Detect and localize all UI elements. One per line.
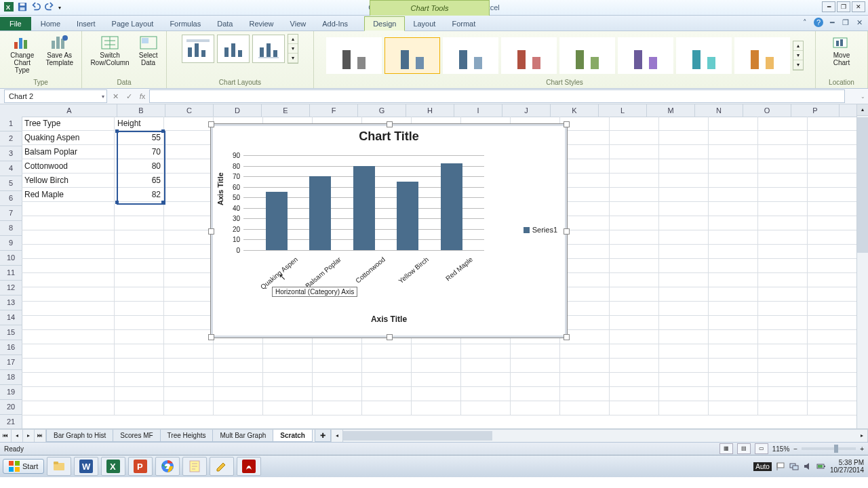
cell[interactable]: [313, 344, 362, 359]
chart-style-3[interactable]: [443, 37, 498, 74]
cell[interactable]: Tree Type: [22, 117, 115, 131]
cell[interactable]: [758, 216, 808, 230]
chart-layout-3[interactable]: [252, 35, 285, 63]
cell[interactable]: [560, 344, 610, 359]
cell[interactable]: [164, 359, 214, 373]
move-chart-button[interactable]: Move Chart: [829, 34, 854, 68]
cell[interactable]: [659, 159, 709, 174]
row-header[interactable]: 8: [0, 221, 22, 236]
cell[interactable]: [164, 387, 214, 401]
cell[interactable]: [313, 373, 362, 387]
cell[interactable]: [164, 302, 214, 316]
enter-icon[interactable]: ✓: [122, 92, 136, 101]
cell[interactable]: [115, 245, 164, 259]
cell[interactable]: [22, 316, 115, 330]
row-header[interactable]: 4: [0, 161, 22, 176]
cell[interactable]: [22, 273, 115, 287]
tab-layout[interactable]: Layout: [405, 17, 443, 30]
row-header[interactable]: 5: [0, 176, 22, 191]
cell[interactable]: [659, 287, 709, 302]
cell[interactable]: [115, 344, 164, 359]
sheet-tab[interactable]: Scores MF: [113, 430, 160, 442]
explorer-icon[interactable]: [47, 457, 71, 476]
cell[interactable]: [610, 373, 659, 387]
cell[interactable]: [709, 316, 758, 330]
cell[interactable]: [808, 188, 857, 202]
layout-gallery-scroll[interactable]: ▴▾▾: [288, 34, 298, 64]
cell[interactable]: [461, 387, 511, 401]
cell[interactable]: [659, 344, 709, 359]
paint-icon[interactable]: [210, 457, 234, 476]
row-header[interactable]: 14: [0, 310, 22, 325]
cell[interactable]: Yellow Birch: [22, 174, 115, 188]
col-header[interactable]: H: [406, 104, 454, 117]
cell[interactable]: [115, 302, 164, 316]
plot-area[interactable]: 0102030405060708090Quaking AspenBalsam P…: [243, 155, 484, 251]
y-axis-title[interactable]: Axis Title: [216, 172, 224, 205]
cell[interactable]: [560, 373, 610, 387]
cell[interactable]: [164, 216, 214, 230]
cell[interactable]: [610, 245, 659, 259]
cell[interactable]: [758, 401, 808, 415]
row-header[interactable]: 6: [0, 191, 22, 206]
cell[interactable]: [808, 216, 857, 230]
excel-task-icon[interactable]: X: [101, 457, 125, 476]
cell[interactable]: [758, 287, 808, 302]
tab-page-layout[interactable]: Page Layout: [104, 17, 162, 30]
cell[interactable]: [115, 259, 164, 273]
col-header[interactable]: L: [599, 104, 647, 117]
cell[interactable]: [610, 287, 659, 302]
sheet-nav-prev-icon[interactable]: ◂: [12, 430, 23, 442]
col-header[interactable]: J: [502, 104, 551, 117]
help-icon[interactable]: ?: [814, 18, 823, 27]
row-header[interactable]: 15: [0, 325, 22, 340]
cell[interactable]: Cottonwood: [22, 159, 115, 174]
cell[interactable]: [610, 273, 659, 287]
file-tab[interactable]: File: [0, 17, 31, 30]
cell[interactable]: 80: [115, 159, 164, 174]
cell[interactable]: [709, 216, 758, 230]
cell[interactable]: [659, 202, 709, 216]
cell[interactable]: [164, 131, 214, 145]
chart-style-5[interactable]: [559, 37, 615, 74]
cell[interactable]: [214, 359, 263, 373]
cell[interactable]: [263, 373, 313, 387]
cell[interactable]: [610, 344, 659, 359]
cell[interactable]: [412, 373, 461, 387]
cell[interactable]: [808, 245, 857, 259]
cell[interactable]: [808, 302, 857, 316]
tab-formulas[interactable]: Formulas: [161, 17, 209, 30]
cell[interactable]: [610, 131, 659, 145]
cell[interactable]: [808, 230, 857, 245]
row-header[interactable]: 18: [0, 370, 22, 385]
doc-close-icon[interactable]: ✕: [854, 18, 864, 27]
cell[interactable]: [808, 330, 857, 344]
doc-minimize-icon[interactable]: ━: [827, 18, 837, 27]
tab-format[interactable]: Format: [443, 17, 484, 30]
row-header[interactable]: 2: [0, 131, 22, 146]
cell[interactable]: [659, 273, 709, 287]
col-header[interactable]: P: [791, 104, 840, 117]
cell[interactable]: [22, 401, 115, 415]
tab-home[interactable]: Home: [33, 17, 68, 30]
bar[interactable]: [266, 192, 288, 250]
cell[interactable]: [758, 316, 808, 330]
cell[interactable]: [709, 387, 758, 401]
cell[interactable]: [610, 259, 659, 273]
cell[interactable]: [610, 387, 659, 401]
tab-insert[interactable]: Insert: [68, 17, 104, 30]
row-header[interactable]: 19: [0, 385, 22, 400]
cell[interactable]: [164, 245, 214, 259]
cell[interactable]: Quaking Aspen: [22, 131, 115, 145]
cell[interactable]: [164, 174, 214, 188]
cell[interactable]: [115, 359, 164, 373]
cell[interactable]: [115, 230, 164, 245]
col-header[interactable]: I: [454, 104, 502, 117]
cell[interactable]: [610, 230, 659, 245]
cell[interactable]: [362, 344, 412, 359]
cell[interactable]: [758, 387, 808, 401]
cell[interactable]: [115, 401, 164, 415]
col-header[interactable]: F: [310, 104, 358, 117]
redo-icon[interactable]: [45, 2, 54, 13]
new-sheet-button[interactable]: ✚: [315, 430, 331, 442]
